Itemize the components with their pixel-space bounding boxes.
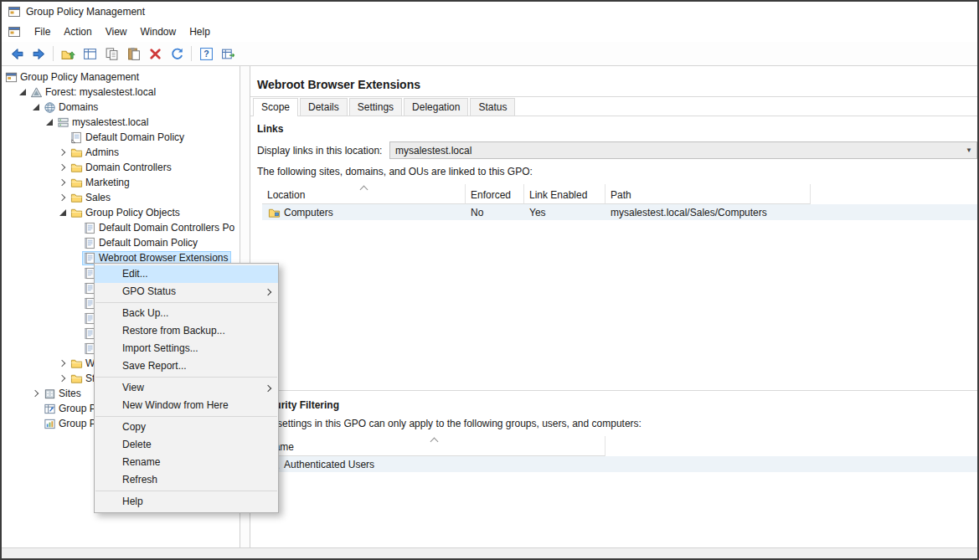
submenu-arrow-icon	[265, 385, 271, 392]
menu-action[interactable]: Action	[57, 23, 98, 40]
collapse-arrow-icon[interactable]	[30, 100, 42, 115]
tree-item-admins[interactable]: Admins	[2, 145, 240, 160]
context-menu-item-gpo-status[interactable]: GPO Status	[95, 283, 278, 301]
context-menu-item-import-settings[interactable]: Import Settings...	[95, 340, 278, 357]
refresh-icon	[170, 47, 184, 61]
expand-arrow-icon[interactable]	[30, 386, 42, 401]
security-table-body: Authenticated Users	[262, 456, 977, 472]
location-combobox-value: mysalestest.local	[390, 145, 961, 157]
gpo-link-icon	[70, 131, 83, 144]
location-combobox[interactable]: mysalestest.local ▼	[389, 141, 977, 159]
expand-arrow-icon[interactable]	[57, 356, 69, 371]
column-header-path[interactable]: Path	[605, 184, 811, 204]
expand-arrow-icon[interactable]	[57, 190, 69, 205]
tree-item-group-policy-objects[interactable]: Group Policy Objects	[2, 205, 240, 220]
collapse-arrow-icon[interactable]	[17, 85, 28, 100]
menu-item-label: Rename	[122, 456, 160, 468]
context-menu-item-new-window-from-here[interactable]: New Window from Here	[95, 397, 278, 414]
show-console-tree-button[interactable]	[79, 44, 100, 64]
svg-text:?: ?	[204, 49, 209, 59]
export-list-button[interactable]	[217, 44, 239, 64]
table-row[interactable]: ComputersNoYesmysalestest.local/Sales/Co…	[262, 204, 977, 220]
links-table: LocationEnforcedLink EnabledPath Compute…	[262, 184, 977, 220]
tree-item-default-domain-policy[interactable]: Default Domain Policy	[2, 235, 240, 250]
sort-ascending-icon	[430, 438, 438, 446]
context-menu-item-refresh[interactable]: Refresh	[95, 471, 278, 489]
context-menu-item-delete[interactable]: Delete	[95, 436, 278, 454]
up-one-level-button[interactable]	[57, 44, 79, 64]
menu-item-label: Save Report...	[122, 360, 187, 372]
tab-scope[interactable]: Scope	[253, 98, 298, 116]
menu-item-label: Copy	[122, 421, 146, 433]
context-menu-item-rename[interactable]: Rename	[95, 454, 278, 471]
tree-item-label: Webroot Browser Extensions	[96, 252, 229, 264]
delete-button[interactable]	[144, 44, 166, 64]
menu-item-label: Back Up...	[122, 307, 168, 319]
table-row[interactable]: Authenticated Users	[262, 456, 977, 472]
context-menu-item-edit[interactable]: Edit...	[95, 265, 278, 283]
column-header-enforced[interactable]: Enforced	[466, 184, 524, 204]
context-menu-item-help[interactable]: Help	[95, 493, 278, 511]
tree-item-label: mysalestest.local	[70, 116, 148, 128]
column-header-name[interactable]: Name	[262, 436, 605, 456]
paste-button[interactable]	[122, 44, 144, 64]
expand-arrow-icon[interactable]	[57, 175, 69, 190]
tree-item-label: Group Policy Management	[18, 71, 139, 83]
tree-item-domains[interactable]: Domains	[2, 100, 240, 115]
tree-item-default-domain-policy[interactable]: Default Domain Policy	[2, 130, 240, 145]
tab-settings[interactable]: Settings	[349, 98, 402, 116]
context-menu-item-view[interactable]: View	[95, 379, 278, 397]
sort-ascending-icon	[360, 186, 368, 194]
results-icon	[43, 417, 56, 430]
links-heading: Links	[257, 123, 977, 135]
copy-button[interactable]	[100, 44, 122, 64]
forward-button[interactable]	[28, 44, 49, 64]
context-menu-item-save-report[interactable]: Save Report...	[95, 357, 278, 375]
expand-arrow-icon[interactable]	[57, 145, 69, 160]
folder-icon	[70, 176, 83, 189]
tree-item-forest-mysalestest-local[interactable]: Forest: mysalestest.local	[2, 85, 240, 100]
delete-x-icon	[148, 47, 162, 61]
tree-item-body: mysalestest.local	[55, 116, 151, 130]
context-menu-item-copy[interactable]: Copy	[95, 419, 278, 436]
menu-window[interactable]: Window	[134, 23, 183, 40]
tree-item-label: Marketing	[83, 177, 130, 188]
security-filtering-heading: Security Filtering	[257, 399, 977, 411]
toolbar: ?	[2, 42, 977, 66]
column-header-link-enabled[interactable]: Link Enabled	[524, 184, 605, 204]
menu-separator	[95, 302, 277, 303]
refresh-button[interactable]	[166, 44, 188, 64]
collapse-arrow-icon[interactable]	[44, 115, 55, 130]
tree-item-domain-controllers[interactable]: Domain Controllers	[2, 160, 240, 175]
column-header-label: Link Enabled	[529, 189, 587, 201]
toolbar-separator	[191, 46, 192, 61]
menu-help[interactable]: Help	[183, 23, 217, 40]
dropdown-arrow-icon: ▼	[961, 142, 976, 158]
context-menu: Edit...GPO StatusBack Up...Restore from …	[94, 263, 279, 513]
collapse-arrow-icon[interactable]	[57, 205, 69, 220]
column-header-location[interactable]: Location	[262, 184, 466, 204]
cell-path: mysalestest.local/Sales/Computers	[605, 204, 811, 220]
context-menu-item-restore-from-backup[interactable]: Restore from Backup...	[95, 322, 278, 340]
tab-details[interactable]: Details	[300, 98, 348, 116]
tree-item-label: Domains	[56, 101, 98, 113]
expand-arrow-icon[interactable]	[57, 371, 69, 386]
context-menu-item-back-up[interactable]: Back Up...	[95, 305, 278, 322]
expand-arrow-icon[interactable]	[57, 160, 69, 175]
menu-file[interactable]: File	[28, 23, 57, 40]
tree-item-default-domain-controllers-po[interactable]: Default Domain Controllers Po	[2, 220, 240, 235]
tab-delegation[interactable]: Delegation	[404, 98, 468, 116]
tab-status[interactable]: Status	[470, 98, 515, 116]
tree-item-group-policy-management[interactable]: Group Policy Management	[2, 69, 240, 85]
tree-item-label: Default Domain Controllers Po	[96, 222, 234, 234]
tree-item-marketing[interactable]: Marketing	[2, 175, 240, 190]
menu-item-label: New Window from Here	[122, 399, 229, 411]
help-button[interactable]: ?	[195, 44, 217, 64]
twisty-spacer	[70, 326, 82, 341]
tree-item-mysalestest-local[interactable]: mysalestest.local	[2, 115, 240, 130]
menu-view[interactable]: View	[99, 23, 134, 40]
menu-item-label: Import Settings...	[122, 342, 198, 354]
tree-item-label: Default Domain Policy	[83, 131, 184, 143]
back-button[interactable]	[6, 44, 28, 64]
tree-item-sales[interactable]: Sales	[2, 190, 240, 205]
